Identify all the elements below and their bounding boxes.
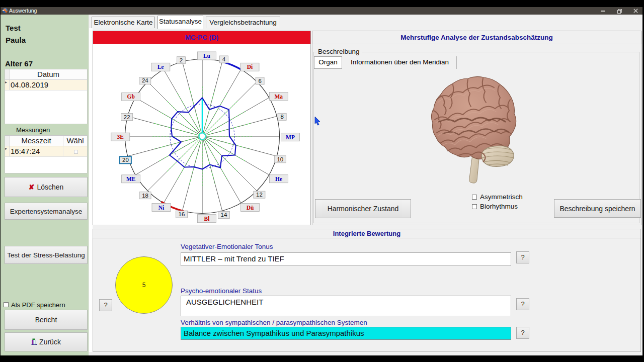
- svg-text:Lu: Lu: [203, 53, 211, 59]
- svg-text:10: 10: [277, 156, 283, 162]
- svg-text:24: 24: [142, 77, 148, 83]
- svg-text:ME: ME: [126, 176, 136, 182]
- svg-text:16: 16: [179, 211, 185, 217]
- svg-text:He: He: [275, 176, 282, 182]
- svg-text:Gb: Gb: [127, 94, 135, 100]
- svg-text:12: 12: [256, 192, 263, 198]
- svg-text:2: 2: [180, 57, 183, 63]
- svg-text:MP: MP: [286, 134, 295, 140]
- svg-text:Bl: Bl: [204, 216, 210, 222]
- svg-text:20: 20: [122, 157, 129, 163]
- svg-text:Ma: Ma: [274, 94, 283, 100]
- svg-text:4: 4: [222, 56, 226, 62]
- svg-text:18: 18: [142, 193, 148, 199]
- svg-text:8: 8: [280, 114, 283, 120]
- svg-text:Ni: Ni: [158, 205, 165, 211]
- svg-text:14: 14: [221, 212, 227, 218]
- svg-text:Di: Di: [247, 64, 253, 70]
- svg-text:Le: Le: [157, 64, 164, 70]
- svg-text:Dü: Dü: [247, 205, 254, 211]
- svg-text:3E: 3E: [117, 134, 124, 140]
- svg-text:22: 22: [124, 114, 130, 120]
- svg-text:6: 6: [258, 78, 261, 84]
